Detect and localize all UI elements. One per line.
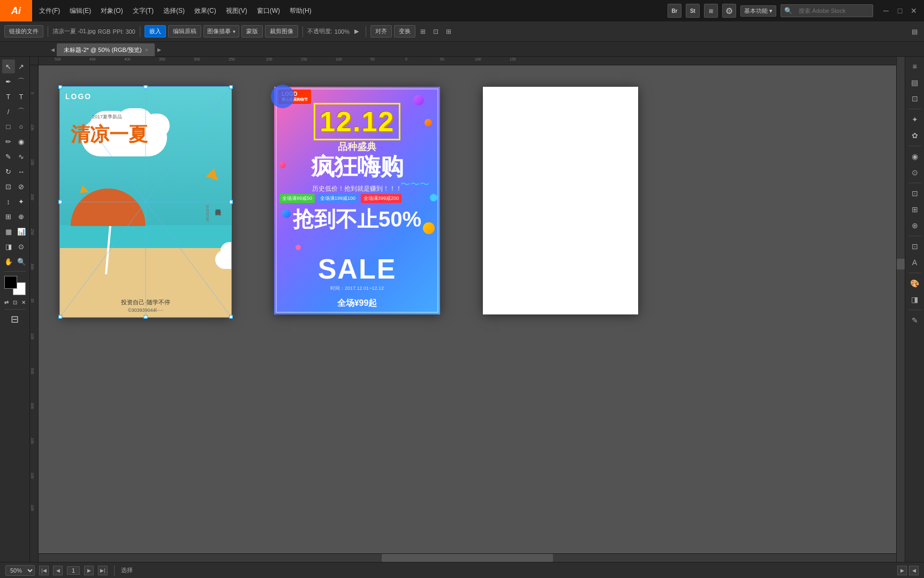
reflect-tool[interactable]: ↔ <box>15 164 28 178</box>
shaper-tool[interactable]: ⊕ <box>15 209 28 223</box>
artboard-nav-tool[interactable]: ⊟ <box>2 312 28 326</box>
last-page-btn[interactable]: ▶| <box>98 566 108 575</box>
transform-btn[interactable]: 变换 <box>394 25 415 37</box>
align-btn[interactable]: 对齐 <box>370 25 392 37</box>
ellipse-tool[interactable]: ○ <box>15 119 28 133</box>
zoom-tool[interactable]: 🔍 <box>15 254 28 268</box>
handle-mr[interactable] <box>229 200 233 204</box>
menu-effects[interactable]: 效果(C) <box>190 4 221 18</box>
next-page-btn[interactable]: ▶ <box>84 566 94 575</box>
menu-edit[interactable]: 编辑(E) <box>65 4 95 18</box>
crop-image-btn[interactable]: 裁剪图像 <box>265 25 298 37</box>
layers-panel-btn[interactable]: ▤ <box>907 75 922 90</box>
none-color-btn[interactable]: ✕ <box>20 298 27 306</box>
width-tool[interactable]: ↕ <box>2 194 15 208</box>
active-tab[interactable]: 未标题-2* @ 50% (RGB/预览) × <box>57 43 155 56</box>
selection-tool[interactable]: ↖ <box>2 59 15 73</box>
tab-close-btn[interactable]: × <box>145 47 148 53</box>
maximize-btn[interactable]: □ <box>895 6 905 16</box>
shear-tool[interactable]: ⊘ <box>15 179 28 193</box>
more-options-icon[interactable]: ⊞ <box>443 26 454 37</box>
hand-tool[interactable]: ✋ <box>2 254 15 268</box>
type-tool[interactable]: T <box>2 89 15 103</box>
menu-text[interactable]: 文字(T) <box>128 4 158 18</box>
page-number-input[interactable] <box>67 566 80 575</box>
stock-icon-btn[interactable]: St <box>686 4 700 18</box>
transform-icon[interactable]: ⊡ <box>430 26 441 37</box>
curvature-tool[interactable]: ⌒ <box>15 74 28 88</box>
appearance-panel-btn[interactable]: ⊡ <box>907 186 922 201</box>
tab-scroll-right[interactable]: ▶ <box>155 43 163 56</box>
align-icon[interactable]: ⊞ <box>418 26 428 37</box>
prev-page-btn[interactable]: ◀ <box>53 566 63 575</box>
reverse-btn[interactable]: ◀ <box>909 566 919 575</box>
image-trace-dropdown[interactable]: 图像描摹 <box>203 25 239 37</box>
eyedropper-tool[interactable]: ⊙ <box>15 239 28 253</box>
edit-original-btn[interactable]: 编辑原稿 <box>168 25 201 37</box>
zoom-selector[interactable]: 50% 100% 200% <box>5 565 35 576</box>
paintbrush-tool[interactable]: ✏ <box>2 134 15 148</box>
menu-file[interactable]: 文件(F) <box>35 4 64 18</box>
cc-libraries-btn[interactable]: ✦ <box>907 112 922 127</box>
pathfinder-panel-btn[interactable]: ⊕ <box>907 218 922 233</box>
handle-tm[interactable] <box>144 85 148 89</box>
bar-graph-tool[interactable]: ▦ <box>2 224 15 238</box>
transform-panel-btn[interactable]: ⊡ <box>907 239 922 254</box>
smooth-tool[interactable]: ∿ <box>15 149 28 163</box>
panel-toggle-btn[interactable]: ▤ <box>909 26 920 37</box>
search-stock-input[interactable] <box>794 6 869 16</box>
scale-tool[interactable]: ⊡ <box>2 179 15 193</box>
expand-opacity-btn[interactable]: ▶ <box>352 27 361 36</box>
minimize-btn[interactable]: ─ <box>881 6 891 16</box>
effects-panel-btn[interactable]: ✎ <box>907 313 922 328</box>
pencil-tool[interactable]: ✎ <box>2 149 15 163</box>
h-scrollbar-thumb[interactable] <box>382 554 553 562</box>
area-type-tool[interactable]: T <box>15 89 28 103</box>
menu-window[interactable]: 窗口(W) <box>253 4 284 18</box>
embed-btn[interactable]: 嵌入 <box>145 25 166 37</box>
free-transform-tool[interactable]: ⊞ <box>2 209 15 223</box>
color-panel-btn[interactable]: 🎨 <box>907 276 922 291</box>
align-panel-btn[interactable]: ⊞ <box>907 202 922 217</box>
linked-file-btn[interactable]: 链接的文件 <box>4 25 43 37</box>
handle-tr[interactable] <box>229 85 233 89</box>
pen-tool[interactable]: ✒ <box>2 74 15 88</box>
direct-select-tool[interactable]: ↗ <box>15 59 28 73</box>
swatches-panel-btn[interactable]: ◉ <box>907 149 922 164</box>
apps-icon-btn[interactable]: ⊞ <box>704 4 718 18</box>
artboards-panel-btn[interactable]: ⊡ <box>907 91 922 106</box>
brushes-panel-btn[interactable]: ⊙ <box>907 165 922 180</box>
area-chart-tool[interactable]: 📊 <box>15 224 28 238</box>
tab-scroll-left[interactable]: ◀ <box>48 43 57 56</box>
blob-brush-tool[interactable]: ◉ <box>15 134 28 148</box>
template-btn[interactable]: 蒙版 <box>241 25 263 37</box>
vertical-scrollbar[interactable] <box>896 57 905 562</box>
rotate-tool[interactable]: ↻ <box>2 164 15 178</box>
character-panel-btn[interactable]: A <box>907 255 922 270</box>
gradient-panel-btn[interactable]: ◨ <box>907 292 922 307</box>
close-btn[interactable]: ✕ <box>909 6 919 16</box>
play-btn[interactable]: ▶ <box>897 566 907 575</box>
horizontal-scrollbar[interactable] <box>39 553 896 562</box>
handle-bm[interactable] <box>144 315 148 319</box>
canvas-area[interactable]: 500 450 400 350 300 250 200 150 100 50 0… <box>30 57 905 562</box>
menu-object[interactable]: 对象(O) <box>96 4 127 18</box>
arc-tool[interactable]: ⌒ <box>15 104 28 118</box>
handle-br[interactable] <box>229 315 233 319</box>
bridge-icon-btn[interactable]: Br <box>668 4 681 18</box>
scrollbar-thumb[interactable] <box>897 259 905 269</box>
handle-bl[interactable] <box>58 315 62 319</box>
first-page-btn[interactable]: |◀ <box>39 566 49 575</box>
symbols-panel-btn[interactable]: ✿ <box>907 128 922 143</box>
menu-select[interactable]: 选择(S) <box>159 4 189 18</box>
handle-ml[interactable] <box>58 200 62 204</box>
workspace-selector[interactable]: 基本功能 ▾ <box>740 5 776 17</box>
foreground-color-swatch[interactable] <box>4 276 17 289</box>
gradient-tool[interactable]: ◨ <box>2 239 15 253</box>
menu-view[interactable]: 视图(V) <box>222 4 252 18</box>
handle-tl[interactable] <box>58 85 62 89</box>
line-tool[interactable]: / <box>2 104 15 118</box>
menu-help[interactable]: 帮助(H) <box>285 4 316 18</box>
rectangle-tool[interactable]: □ <box>2 119 15 133</box>
warp-tool[interactable]: ✦ <box>15 194 28 208</box>
